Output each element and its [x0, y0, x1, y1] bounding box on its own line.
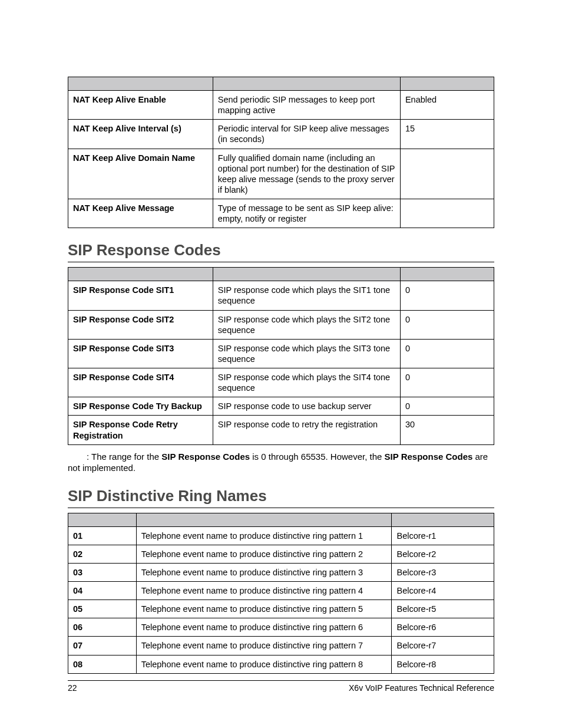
- value-cell: 0: [400, 397, 494, 416]
- note-bold-2: SIP Response Codes: [385, 452, 473, 462]
- desc-cell: Telephone event name to produce distinct…: [136, 600, 392, 618]
- desc-cell: SIP response code to use backup server: [213, 397, 400, 416]
- desc-cell: Type of message to be sent as SIP keep a…: [213, 199, 400, 228]
- table-row: SIP Response Code SIT1 SIP response code…: [68, 281, 494, 310]
- value-cell: Belcore-r6: [392, 618, 494, 637]
- desc-cell: Periodic interval for SIP keep alive mes…: [213, 120, 400, 149]
- param-cell: 06: [68, 618, 137, 637]
- desc-cell: SIP response code which plays the SIT3 t…: [213, 339, 400, 368]
- sip-distinctive-ring-names-table: 01 Telephone event name to produce disti…: [68, 513, 494, 674]
- table-header-row: [68, 77, 494, 91]
- param-cell: NAT Keep Alive Domain Name: [68, 149, 213, 199]
- footer-title: X6v VoIP Features Technical Reference: [349, 683, 494, 693]
- value-cell: 0: [400, 368, 494, 397]
- table-row: SIP Response Code SIT2 SIP response code…: [68, 310, 494, 339]
- desc-cell: Send periodic SIP messages to keep port …: [213, 91, 400, 120]
- note-mid: is 0 through 65535. However, the: [250, 452, 384, 462]
- param-cell: 05: [68, 600, 137, 618]
- desc-cell: SIP response code which plays the SIT1 t…: [213, 281, 400, 310]
- param-cell: 03: [68, 563, 137, 581]
- table-row: 06 Telephone event name to produce disti…: [68, 618, 494, 637]
- table-row: SIP Response Code Retry Registration SIP…: [68, 416, 494, 444]
- desc-cell: SIP response code to retry the registrat…: [213, 416, 400, 444]
- table-row: 04 Telephone event name to produce disti…: [68, 582, 494, 600]
- table-row: 01 Telephone event name to produce disti…: [68, 526, 494, 545]
- table-row: NAT Keep Alive Message Type of message t…: [68, 199, 494, 228]
- desc-cell: Telephone event name to produce distinct…: [136, 545, 392, 563]
- table-row: SIP Response Code SIT4 SIP response code…: [68, 368, 494, 397]
- value-cell: [400, 149, 494, 199]
- value-cell: 0: [400, 339, 494, 368]
- param-cell: NAT Keep Alive Enable: [68, 91, 213, 120]
- value-cell: Belcore-r8: [392, 655, 494, 673]
- param-cell: SIP Response Code SIT1: [68, 281, 213, 310]
- section-heading-sip-distinctive-ring-names: SIP Distinctive Ring Names: [68, 487, 494, 508]
- page-number: 22: [68, 683, 77, 693]
- param-cell: 01: [68, 526, 137, 545]
- value-cell: 0: [400, 281, 494, 310]
- param-cell: SIP Response Code SIT2: [68, 310, 213, 339]
- value-cell: [400, 199, 494, 228]
- desc-cell: Telephone event name to produce distinct…: [136, 618, 392, 637]
- table-row: 02 Telephone event name to produce disti…: [68, 545, 494, 563]
- value-cell: 30: [400, 416, 494, 444]
- param-cell: SIP Response Code SIT4: [68, 368, 213, 397]
- value-cell: Belcore-r3: [392, 563, 494, 581]
- param-cell: SIP Response Code Try Backup: [68, 397, 213, 416]
- desc-cell: SIP response code which plays the SIT2 t…: [213, 310, 400, 339]
- table-row: NAT Keep Alive Domain Name Fully qualifi…: [68, 149, 494, 199]
- value-cell: Belcore-r4: [392, 582, 494, 600]
- table-header-row: [68, 513, 494, 526]
- value-cell: Belcore-r2: [392, 545, 494, 563]
- table-row: 05 Telephone event name to produce disti…: [68, 600, 494, 618]
- nat-keep-alive-table: NAT Keep Alive Enable Send periodic SIP …: [68, 77, 494, 228]
- note-bold-1: SIP Response Codes: [161, 452, 250, 462]
- param-cell: NAT Keep Alive Interval (s): [68, 120, 213, 149]
- value-cell: Belcore-r1: [392, 526, 494, 545]
- section-heading-sip-response-codes: SIP Response Codes: [68, 241, 494, 262]
- table-row: SIP Response Code SIT3 SIP response code…: [68, 339, 494, 368]
- param-cell: NAT Keep Alive Message: [68, 199, 213, 228]
- param-cell: 07: [68, 637, 137, 655]
- param-cell: SIP Response Code Retry Registration: [68, 416, 213, 444]
- value-cell: Belcore-r5: [392, 600, 494, 618]
- desc-cell: Telephone event name to produce distinct…: [136, 637, 392, 655]
- page: NAT Keep Alive Enable Send periodic SIP …: [0, 0, 562, 728]
- note-prefix: : The range for the: [68, 452, 161, 462]
- desc-cell: Telephone event name to produce distinct…: [136, 526, 392, 545]
- sip-response-codes-table: SIP Response Code SIT1 SIP response code…: [68, 267, 494, 444]
- param-cell: 04: [68, 582, 137, 600]
- value-cell: 0: [400, 310, 494, 339]
- value-cell: Enabled: [400, 91, 494, 120]
- table-row: 03 Telephone event name to produce disti…: [68, 563, 494, 581]
- table-header-row: [68, 268, 494, 281]
- desc-cell: Telephone event name to produce distinct…: [136, 563, 392, 581]
- desc-cell: SIP response code which plays the SIT4 t…: [213, 368, 400, 397]
- param-cell: 08: [68, 655, 137, 673]
- table-row: SIP Response Code Try Backup SIP respons…: [68, 397, 494, 416]
- table-row: NAT Keep Alive Enable Send periodic SIP …: [68, 91, 494, 120]
- param-cell: SIP Response Code SIT3: [68, 339, 213, 368]
- note-paragraph: : The range for the SIP Response Codes i…: [68, 451, 494, 474]
- table-row: NAT Keep Alive Interval (s) Periodic int…: [68, 120, 494, 149]
- value-cell: 15: [400, 120, 494, 149]
- desc-cell: Telephone event name to produce distinct…: [136, 655, 392, 673]
- param-cell: 02: [68, 545, 137, 563]
- page-footer: 22 X6v VoIP Features Technical Reference: [68, 680, 494, 693]
- desc-cell: Fully qualified domain name (including a…: [213, 149, 400, 199]
- value-cell: Belcore-r7: [392, 637, 494, 655]
- desc-cell: Telephone event name to produce distinct…: [136, 582, 392, 600]
- table-row: 07 Telephone event name to produce disti…: [68, 637, 494, 655]
- table-row: 08 Telephone event name to produce disti…: [68, 655, 494, 673]
